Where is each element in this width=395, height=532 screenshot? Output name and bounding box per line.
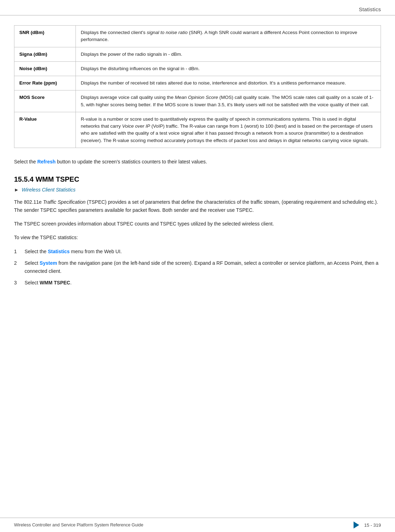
step-content: Select System from the navigation pane (… xyxy=(25,259,381,275)
table-desc-cell: R-value is a number or score used to qua… xyxy=(76,112,381,148)
table-label-cell: Signa (dBm) xyxy=(14,47,76,61)
table-label-cell: R-Value xyxy=(14,112,76,148)
refresh-note-before: Select the xyxy=(14,159,37,164)
step-highlight-bold: WMM TSPEC xyxy=(40,280,70,285)
breadcrumb-text: Wireless Client Statistics xyxy=(22,187,75,193)
info-table: SNR (dBm)Displays the connected client's… xyxy=(14,25,381,148)
step-text: Select the xyxy=(25,249,48,254)
step-text: . xyxy=(70,280,72,285)
breadcrumb-arrow: ► xyxy=(14,187,19,193)
page-footer: Wireless Controller and Service Platform… xyxy=(0,518,395,532)
table-row: MOS ScoreDisplays average voice call qua… xyxy=(14,90,381,112)
table-row: R-ValueR-value is a number or score used… xyxy=(14,112,381,148)
table-label-cell: MOS Score xyxy=(14,90,76,112)
table-desc-cell: Displays the disturbing influences on th… xyxy=(76,61,381,76)
table-desc-cell: Displays the power of the radio signals … xyxy=(76,47,381,61)
step-item: 2Select System from the navigation pane … xyxy=(14,259,381,275)
footer-page-number: 15 - 319 xyxy=(364,523,381,528)
paragraphs-container: The 802.11e Traffic Specification (TSPEC… xyxy=(14,198,381,242)
step-text: from the navigation pane (on the left-ha… xyxy=(25,260,378,274)
table-label-cell: Noise (dBm) xyxy=(14,61,76,76)
step-text: Select xyxy=(25,260,40,266)
steps-list: 1Select the Statistics menu from the Web… xyxy=(14,248,381,287)
step-text: menu from the Web UI. xyxy=(70,249,121,254)
table-label-cell: Error Rate (ppm) xyxy=(14,76,76,90)
step-content: Select the Statistics menu from the Web … xyxy=(25,248,381,256)
header-title: Statistics xyxy=(359,6,381,12)
footer-left: Wireless Controller and Service Platform… xyxy=(14,523,143,527)
table-row: Error Rate (ppm)Displays the number of r… xyxy=(14,76,381,90)
step-item: 3Select WMM TSPEC. xyxy=(14,279,381,287)
refresh-link[interactable]: Refresh xyxy=(37,159,55,164)
step-number: 2 xyxy=(14,259,20,275)
step-item: 1Select the Statistics menu from the Web… xyxy=(14,248,381,256)
table-row: Signa (dBm)Displays the power of the rad… xyxy=(14,47,381,61)
table-row: Noise (dBm)Displays the disturbing influ… xyxy=(14,61,381,76)
step-highlight-blue: System xyxy=(40,260,57,266)
step-highlight-blue: Statistics xyxy=(48,249,70,254)
table-label-cell: SNR (dBm) xyxy=(14,26,76,47)
nav-breadcrumb: ► Wireless Client Statistics xyxy=(14,187,381,193)
content-area: SNR (dBm)Displays the connected client's… xyxy=(0,15,395,321)
refresh-note: Select the Refresh button to update the … xyxy=(14,158,381,166)
body-paragraph: To view the TSPEC statistics: xyxy=(14,234,381,242)
table-row: SNR (dBm)Displays the connected client's… xyxy=(14,26,381,47)
table-desc-cell: Displays the connected client's signal t… xyxy=(76,26,381,47)
triangle-icon xyxy=(354,521,359,528)
table-desc-cell: Displays the number of received bit rate… xyxy=(76,76,381,90)
section-heading: 15.5.4 WMM TSPEC xyxy=(14,175,381,183)
step-number: 1 xyxy=(14,248,20,256)
step-text: Select xyxy=(25,280,40,285)
refresh-note-after: button to update the screen's statistics… xyxy=(55,159,207,164)
step-content: Select WMM TSPEC. xyxy=(25,279,381,287)
page-wrapper: Statistics SNR (dBm)Displays the connect… xyxy=(0,0,395,532)
footer-right: 15 - 319 xyxy=(354,521,381,528)
page-header: Statistics xyxy=(0,0,395,15)
step-number: 3 xyxy=(14,279,20,287)
body-paragraph: The 802.11e Traffic Specification (TSPEC… xyxy=(14,198,381,214)
body-paragraph: The TSPEC screen provides information ab… xyxy=(14,220,381,228)
table-desc-cell: Displays average voice call quality usin… xyxy=(76,90,381,112)
